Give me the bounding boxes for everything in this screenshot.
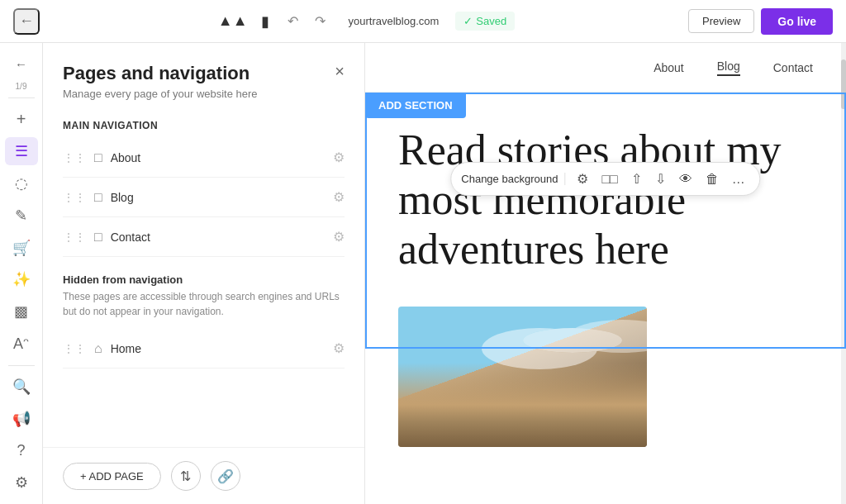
- drag-handle-about[interactable]: ⋮⋮: [63, 151, 86, 164]
- nav-item-contact: ⋮⋮ □ Contact ⚙: [63, 217, 345, 257]
- sort-icon-btn[interactable]: ⇅: [171, 461, 201, 491]
- drag-handle-home[interactable]: ⋮⋮: [63, 342, 86, 355]
- page-icon-contact: □: [94, 230, 102, 245]
- toolbar-settings-btn[interactable]: ⚙: [572, 168, 593, 190]
- topbar-center: ▲▲ ▮ ↶ ↷ yourtravelblog.com ✓ Saved: [213, 9, 515, 34]
- landscape-image: [398, 307, 647, 447]
- scrollbar[interactable]: [841, 43, 846, 504]
- main-area: ← 1/9 + ☰ ◌ ✎ 🛒 ✨ ▩ Aᵔ 🔍 📢 ? ⚙ Pages and…: [0, 43, 846, 504]
- rail-notify-item[interactable]: 📢: [5, 404, 38, 433]
- redo-btn[interactable]: ↷: [308, 10, 332, 32]
- nav-item-about: ⋮⋮ □ About ⚙: [63, 138, 345, 178]
- website-nav-contact[interactable]: Contact: [773, 61, 813, 74]
- toolbar-duplicate-btn[interactable]: □□: [596, 169, 622, 190]
- rail-help-item[interactable]: ?: [5, 436, 38, 465]
- settings-icon-blog[interactable]: ⚙: [333, 189, 345, 205]
- rail-add-item[interactable]: +: [5, 105, 38, 134]
- toolbar-up-btn[interactable]: ⇧: [626, 168, 647, 190]
- page-name-about: About: [111, 151, 325, 164]
- toolbar-down-btn[interactable]: ⇩: [650, 168, 671, 190]
- preview-btn[interactable]: Preview: [688, 9, 754, 33]
- main-nav-title: Main navigation: [63, 120, 345, 131]
- toolbar-delete-btn[interactable]: 🗑: [701, 169, 724, 190]
- pages-panel: Pages and navigation Manage every page o…: [43, 43, 365, 504]
- add-section-banner[interactable]: ADD SECTION: [365, 93, 466, 118]
- canvas-area: About Blog Contact ADD SECTION Change ba…: [365, 43, 846, 504]
- page-counter: 1/9: [16, 82, 27, 91]
- back-button[interactable]: ←: [13, 8, 40, 35]
- check-icon: ✓: [463, 15, 473, 27]
- divider-2: [8, 365, 35, 366]
- rail-settings-item[interactable]: ⚙: [5, 468, 38, 497]
- page-icon-blog: □: [94, 190, 102, 205]
- image-section: [365, 307, 846, 447]
- hidden-nav-title: Hidden from navigation: [63, 273, 345, 286]
- page-icon-about: □: [94, 150, 102, 165]
- saved-text: Saved: [476, 15, 506, 27]
- saved-badge: ✓ Saved: [455, 12, 515, 31]
- rail-edit-item[interactable]: ✎: [5, 201, 38, 230]
- drag-handle-blog[interactable]: ⋮⋮: [63, 191, 86, 204]
- topbar: ← ▲▲ ▮ ↶ ↷ yourtravelblog.com ✓ Saved Pr…: [0, 0, 846, 43]
- topbar-right: Preview Go live: [688, 8, 833, 35]
- device-icons: ▲▲ ▮: [213, 9, 274, 34]
- change-bg-label[interactable]: Change background: [461, 173, 565, 185]
- toolbar-more-btn[interactable]: …: [727, 169, 750, 190]
- rail-back-item[interactable]: ←: [5, 50, 38, 78]
- divider-1: [8, 97, 35, 98]
- rail-search-item[interactable]: 🔍: [5, 372, 38, 401]
- settings-icon-contact[interactable]: ⚙: [333, 229, 345, 245]
- icon-rail: ← 1/9 + ☰ ◌ ✎ 🛒 ✨ ▩ Aᵔ 🔍 📢 ? ⚙: [0, 43, 43, 504]
- page-name-blog: Blog: [111, 191, 325, 204]
- desktop-device-btn[interactable]: ▲▲: [213, 9, 253, 34]
- page-icon-home: ⌂: [94, 341, 102, 356]
- website-preview: About Blog Contact ADD SECTION Change ba…: [365, 43, 846, 504]
- rail-chart-item[interactable]: ▩: [5, 297, 38, 326]
- panel-subtitle: Manage every page of your website here: [63, 88, 258, 100]
- drag-handle-contact[interactable]: ⋮⋮: [63, 231, 86, 244]
- panel-header: Pages and navigation Manage every page o…: [43, 43, 364, 107]
- panel-content: Main navigation ⋮⋮ □ About ⚙ ⋮⋮ □ Blog ⚙…: [43, 107, 364, 447]
- link-icon-btn[interactable]: 🔗: [211, 461, 240, 491]
- hidden-section: Hidden from navigation These pages are a…: [63, 273, 345, 368]
- topbar-left: ←: [13, 8, 40, 35]
- rail-ai-item[interactable]: ✨: [5, 265, 38, 294]
- nav-item-blog: ⋮⋮ □ Blog ⚙: [63, 178, 345, 217]
- settings-icon-home[interactable]: ⚙: [333, 340, 345, 356]
- rail-translate-item[interactable]: Aᵔ: [5, 330, 38, 359]
- nav-item-home: ⋮⋮ ⌂ Home ⚙: [63, 329, 345, 368]
- golive-btn[interactable]: Go live: [761, 8, 833, 35]
- mobile-device-btn[interactable]: ▮: [256, 9, 274, 34]
- domain-label: yourtravelblog.com: [339, 15, 449, 27]
- section-toolbar: Change background ⚙ □□ ⇧ ⇩ 👁 🗑 …: [450, 162, 760, 196]
- panel-title: Pages and navigation: [63, 63, 258, 84]
- add-page-btn[interactable]: + ADD PAGE: [63, 463, 161, 490]
- website-nav: About Blog Contact: [365, 43, 846, 93]
- panel-close-btn[interactable]: ×: [335, 63, 345, 79]
- undo-btn[interactable]: ↶: [281, 10, 305, 32]
- website-nav-blog[interactable]: Blog: [717, 59, 740, 76]
- undo-redo-controls: ↶ ↷: [281, 10, 332, 32]
- scrollbar-thumb[interactable]: [841, 59, 846, 109]
- rail-pages-item[interactable]: ☰: [5, 137, 38, 166]
- settings-icon-about[interactable]: ⚙: [333, 150, 345, 165]
- hidden-nav-desc: These pages are accessible through searc…: [63, 289, 345, 319]
- page-name-contact: Contact: [111, 231, 325, 244]
- website-nav-about[interactable]: About: [654, 61, 684, 74]
- rail-themes-item[interactable]: ◌: [5, 169, 38, 197]
- panel-header-text: Pages and navigation Manage every page o…: [63, 63, 258, 100]
- rail-shop-item[interactable]: 🛒: [5, 233, 38, 262]
- toolbar-hide-btn[interactable]: 👁: [674, 169, 697, 190]
- hero-text: Read stories about my most memorable adv…: [398, 126, 813, 273]
- page-name-home: Home: [111, 342, 325, 355]
- panel-footer: + ADD PAGE ⇅ 🔗: [43, 447, 364, 504]
